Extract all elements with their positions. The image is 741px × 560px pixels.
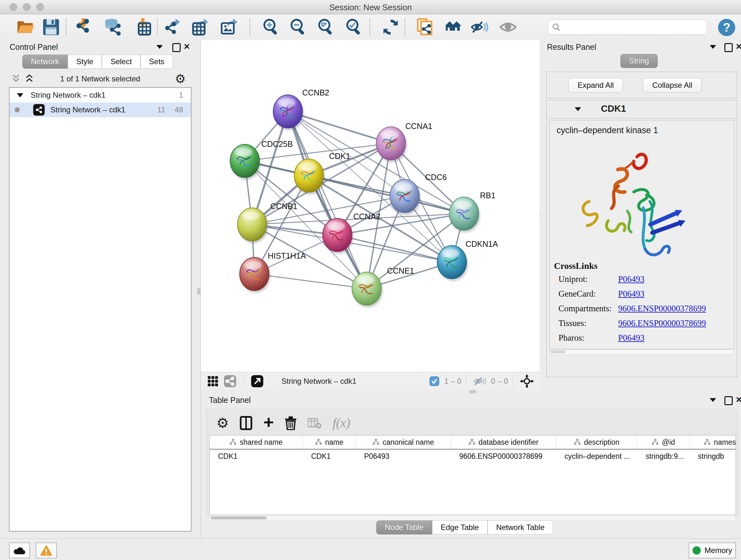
table-cell[interactable]: 9606.ENSP00000378699 [451,452,556,461]
import-table-file-icon[interactable] [133,17,154,37]
protein-header[interactable]: CDK1 [547,100,737,118]
network-options-gear-icon[interactable]: ⚙ [175,72,186,86]
clone-network-icon[interactable] [415,17,435,37]
import-network-file-icon[interactable] [74,17,94,37]
zoom-selected-icon[interactable] [344,17,364,37]
collapse-panel-icon[interactable] [709,397,717,404]
network-badge-icon[interactable] [224,375,237,388]
float-panel-icon[interactable] [724,43,733,52]
tab-edge-table[interactable]: Edge Table [432,520,488,535]
network-node-cdkn1a[interactable]: CDKN1A [437,240,498,281]
footer-separator [244,375,244,388]
control-panel: Control Panel × NetworkStyleSelectSets 1… [0,40,201,538]
network-edge[interactable] [337,235,452,262]
node-table[interactable]: shared namenamecanonical namedatabase id… [209,435,736,515]
network-node-rb1[interactable]: RB1 [449,191,495,233]
close-panel-icon[interactable]: × [736,394,741,406]
refresh-network-icon[interactable] [381,17,401,37]
results-hscrollbar[interactable] [549,349,734,355]
results-hscroll-thumb[interactable] [550,350,565,354]
table-row[interactable]: CDK1CDK1P064939606.ENSP00000378699cyclin… [210,449,736,463]
network-node-ccne1[interactable]: CCNE1 [352,266,414,307]
crosslink-link[interactable]: P06493 [618,289,645,299]
table-hscroll-thumb[interactable] [211,516,267,519]
import-network-database-icon[interactable] [103,17,123,37]
hidden-eye-icon[interactable] [473,376,486,386]
close-panel-icon[interactable]: × [736,41,741,52]
network-canvas[interactable]: CCNB2 CCNA1 CDC25B CDK1 CDC6 RB1 CCNB1 [201,40,540,372]
collapse-all-button[interactable]: Collapse All [643,78,701,92]
tab-string[interactable]: String [620,54,658,68]
table-cell[interactable]: CDK1 [303,452,356,461]
network-row-selected[interactable]: String Network – cdk1 11 48 [10,103,191,117]
main-toolbar: ? [0,14,741,40]
control-panel-tabs: NetworkStyleSelectSets [22,55,173,69]
export-table-icon[interactable] [190,17,211,37]
cloud-status-button[interactable] [9,543,30,558]
table-hscrollbar[interactable] [209,515,735,520]
collapse-panel-icon[interactable] [156,44,163,51]
network-edge[interactable] [288,111,367,289]
memory-button[interactable]: Memory [689,543,736,558]
zoom-out-icon[interactable] [288,17,309,37]
crosslink-link[interactable]: 9606.ENSP00000378699 [618,304,706,314]
tab-network[interactable]: Network [22,55,68,69]
warning-status-button[interactable] [36,543,57,558]
column-header-namespace[interactable]: namespace [690,435,736,449]
left-splitter-handle[interactable] [197,288,200,295]
network-edge[interactable] [254,274,367,289]
column-header-@id[interactable]: @id [637,435,690,449]
table-cell[interactable]: stringdb:9... [637,452,690,461]
selected-checkbox-icon[interactable] [429,376,439,386]
zoom-in-icon[interactable] [261,17,281,37]
column-header-canonical-name[interactable]: canonical name [356,435,451,449]
zoom-fit-icon[interactable] [316,17,336,37]
help-button[interactable]: ? [718,19,735,36]
crosslink-link[interactable]: P06493 [618,274,645,284]
column-header-database-identifier[interactable]: database identifier [451,435,556,449]
expand-all-button[interactable]: Expand All [568,78,623,92]
collection-expand-icon[interactable] [17,91,23,100]
column-header-description[interactable]: description [556,435,637,449]
network-node-hist1h1a[interactable]: HIST1H1A [240,251,306,293]
column-header-shared-name[interactable]: shared name [210,435,303,449]
bottom-splitter-handle[interactable] [469,390,476,393]
crosslinks-heading: CrossLinks [554,261,734,271]
open-in-window-icon[interactable] [251,375,264,388]
export-network-icon[interactable] [162,17,183,37]
toggle-graphics-details-icon[interactable] [469,17,489,37]
table-settings-gear-icon[interactable]: ⚙ [216,415,229,431]
crosslink-link[interactable]: P06493 [618,333,645,343]
add-column-icon[interactable]: + [263,412,274,432]
network-node-cdc6[interactable]: CDC6 [390,173,447,215]
close-panel-icon[interactable]: × [184,41,190,52]
toolbar-separator [250,18,250,36]
delete-column-trash-icon[interactable] [285,416,297,430]
table-cell[interactable]: CDK1 [210,452,303,461]
open-session-icon[interactable] [15,17,36,37]
fit-crosshair-icon[interactable] [520,374,534,388]
show-columns-icon[interactable] [240,416,253,430]
node-label: HIST1H1A [268,251,306,260]
collapse-panel-icon[interactable] [709,44,717,51]
tab-network-table[interactable]: Network Table [488,520,553,535]
birdseye-grid-icon[interactable] [207,375,219,387]
search-input[interactable] [564,22,703,32]
save-session-icon[interactable] [41,17,61,37]
results-panel-title: Results Panel [547,43,596,52]
tab-sets[interactable]: Sets [140,55,173,69]
table-cell[interactable]: cyclin–dependent ... [556,452,637,461]
tab-style[interactable]: Style [68,55,102,69]
tab-node-table[interactable]: Node Table [376,520,432,535]
float-panel-icon[interactable] [172,43,181,52]
table-cell[interactable]: stringdb [690,452,736,461]
collapse-section-icon[interactable] [574,107,582,113]
export-image-icon[interactable] [219,17,240,37]
network-collection-row[interactable]: String Network – cdk1 1 [10,88,191,103]
string-home-icon[interactable] [443,17,463,37]
tab-select[interactable]: Select [102,55,140,69]
float-panel-icon[interactable] [724,396,733,405]
column-header-name[interactable]: name [303,435,356,449]
crosslink-link[interactable]: 9606.ENSP00000378699 [618,318,706,328]
table-cell[interactable]: P06493 [356,452,451,461]
